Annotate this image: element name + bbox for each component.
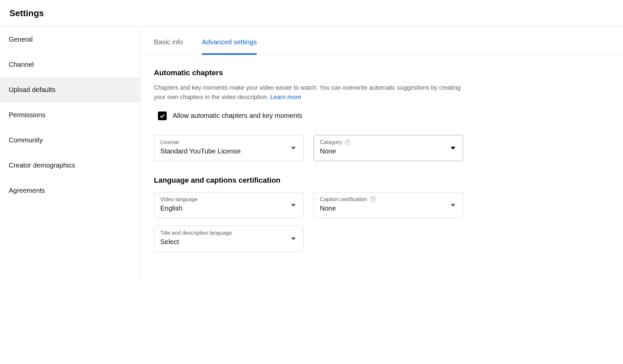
sidebar-item-permissions[interactable]: Permissions [0,102,140,128]
caption-certification-select[interactable]: Caption certification ? None [314,192,463,218]
settings-header: Settings [0,0,623,27]
language-captions-title: Language and captions certification [154,176,463,185]
category-label: Category ? [320,139,457,145]
tabs-bar: Basic info Advanced settings [140,27,623,55]
sidebar-item-community[interactable]: Community [0,128,140,153]
title-desc-language-row: Title and description language Select [154,226,463,252]
license-category-row: License Standard YouTube License Categor… [154,135,463,161]
caption-certification-label: Caption certification ? [320,196,457,202]
language-row: Video language English Caption certifica… [154,192,463,218]
license-label: License [160,139,297,145]
category-select[interactable]: Category ? None [314,135,463,161]
help-icon[interactable]: ? [344,139,350,145]
help-icon[interactable]: ? [370,196,376,202]
sidebar-item-agreements[interactable]: Agreements [0,178,140,203]
allow-chapters-label: Allow automatic chapters and key moments [173,112,302,120]
sidebar-item-upload-defaults[interactable]: Upload defaults [0,77,140,102]
settings-sidebar: General Channel Upload defaults Permissi… [0,27,140,280]
sidebar-item-creator-demographics[interactable]: Creator demographics [0,153,140,178]
tab-advanced-settings[interactable]: Advanced settings [202,27,257,55]
title-description-language-value: Select [160,238,297,246]
video-language-label: Video language [160,196,297,202]
tab-basic-info[interactable]: Basic info [154,27,183,55]
sidebar-item-channel[interactable]: Channel [0,52,140,77]
category-value: None [320,147,457,155]
allow-chapters-checkbox-row: Allow automatic chapters and key moments [158,111,463,120]
video-language-select[interactable]: Video language English [154,192,303,218]
main-layout: General Channel Upload defaults Permissi… [0,27,623,280]
allow-chapters-checkbox[interactable] [158,111,167,120]
title-description-language-select[interactable]: Title and description language Select [154,226,303,252]
advanced-settings-panel: Automatic chapters Chapters and key mome… [140,55,476,252]
video-language-value: English [160,204,297,212]
caption-certification-value: None [320,204,457,212]
license-select[interactable]: License Standard YouTube License [154,135,303,161]
page-title: Settings [9,8,614,18]
sidebar-item-general[interactable]: General [0,27,140,52]
automatic-chapters-description: Chapters and key moments make your video… [154,83,463,102]
title-description-language-label: Title and description language [160,230,297,236]
license-value: Standard YouTube License [160,147,297,155]
checkmark-icon [159,113,165,119]
learn-more-link[interactable]: Learn more [270,94,301,100]
content-area: Basic info Advanced settings Automatic c… [140,27,623,280]
automatic-chapters-title: Automatic chapters [154,69,463,77]
